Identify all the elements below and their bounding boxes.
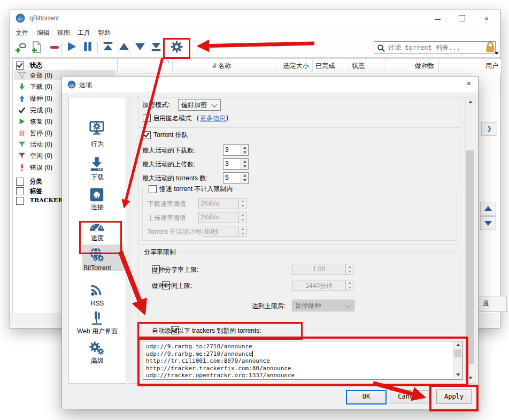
delete-minus-icon bbox=[50, 46, 59, 49]
limit-action-value: 暂停做种 bbox=[292, 301, 346, 310]
menu-edit[interactable]: 编辑 bbox=[37, 28, 50, 37]
spin-buttons[interactable] bbox=[241, 173, 248, 183]
expand-column-button[interactable]: ❯ bbox=[481, 122, 497, 136]
filter-errored-label: 错误 (0) bbox=[30, 163, 52, 172]
dialog-scrollbar[interactable] bbox=[465, 97, 475, 382]
header-name[interactable]: # 名称 bbox=[213, 62, 231, 71]
torrent-queueing-checkbox[interactable] bbox=[143, 131, 151, 139]
down-arrow-icon bbox=[456, 373, 460, 376]
header-completed[interactable]: 已完成 bbox=[315, 62, 335, 71]
seed-time-spinner: 1440分钟 bbox=[292, 280, 353, 291]
add-torrent-link-button[interactable] bbox=[14, 41, 28, 55]
maximize-icon bbox=[459, 15, 465, 21]
categories-row[interactable]: 分类 bbox=[16, 177, 42, 186]
add-torrent-file-button[interactable] bbox=[30, 41, 44, 55]
apply-label: Apply bbox=[444, 393, 464, 400]
bottom-priority-button[interactable] bbox=[150, 41, 164, 55]
move-down-button[interactable] bbox=[134, 41, 148, 55]
spin-down-icon bbox=[243, 179, 246, 181]
anonymous-mode-label: 启用匿名模式 bbox=[153, 114, 191, 123]
menu-help[interactable]: 帮助 bbox=[98, 28, 111, 37]
tags-row[interactable]: 标签 bbox=[16, 186, 42, 196]
status-header-label: 状态 bbox=[29, 62, 42, 69]
options-button[interactable] bbox=[171, 41, 184, 55]
max-active-downloads-label: 最大活动的下载数: bbox=[142, 146, 195, 155]
ok-button[interactable]: OK bbox=[346, 390, 387, 404]
nav-label-advanced: 高级 bbox=[69, 356, 126, 365]
slow-torrent-checkbox[interactable] bbox=[149, 185, 157, 193]
trackers-textarea[interactable]: udp://9.rarbg.to:2710/announce udp://9.r… bbox=[143, 341, 462, 380]
scrollbar-thumb[interactable] bbox=[454, 349, 461, 357]
tracker-url: udp://tracker.opentrackr.org:1337/announ… bbox=[143, 372, 462, 379]
spin-up-icon bbox=[243, 174, 246, 177]
lock-button[interactable] bbox=[484, 41, 498, 55]
download-tray-icon bbox=[89, 156, 105, 172]
toolbar-separator bbox=[61, 42, 62, 54]
tracker-url: udp://9.rarbg.me:2710/announce bbox=[143, 350, 462, 358]
upload-threshold-value: 2KiB/s bbox=[199, 212, 238, 223]
spin-buttons[interactable] bbox=[241, 145, 248, 155]
menu-tools[interactable]: 工具 bbox=[78, 28, 90, 37]
torrent-queueing-title[interactable]: Torrent 排队 bbox=[141, 131, 190, 139]
move-up-button[interactable] bbox=[118, 41, 132, 55]
search-input[interactable] bbox=[374, 41, 496, 54]
textarea-scrollbar[interactable] bbox=[453, 341, 462, 378]
share-ratio-title: 分享率限制 bbox=[142, 248, 178, 256]
delete-button[interactable] bbox=[48, 41, 61, 55]
pause-button[interactable] bbox=[82, 41, 96, 55]
dialog-close-button[interactable]: × bbox=[462, 79, 476, 90]
max-active-torrents-value: 5 bbox=[223, 173, 241, 183]
apply-button[interactable]: Apply bbox=[436, 390, 472, 404]
move-up-icon bbox=[118, 41, 130, 52]
tags-checkbox[interactable] bbox=[16, 187, 24, 195]
max-active-uploads-spinner[interactable]: 3 bbox=[223, 158, 249, 170]
anonymous-mode-checkbox[interactable] bbox=[143, 114, 151, 122]
max-active-torrents-spinner[interactable]: 5 bbox=[223, 172, 249, 184]
categories-checkbox[interactable] bbox=[16, 178, 24, 186]
spin-buttons bbox=[345, 264, 353, 274]
status-checkbox[interactable] bbox=[16, 62, 24, 70]
dialog-title: 选项 bbox=[79, 81, 92, 90]
scroll-down-button[interactable] bbox=[466, 373, 475, 382]
encryption-dropdown[interactable]: 偏好加密 bbox=[178, 99, 221, 111]
header-user[interactable]: 用户 bbox=[460, 62, 498, 71]
spin-buttons[interactable] bbox=[241, 159, 248, 169]
resume-button[interactable] bbox=[66, 41, 80, 55]
slow-torrent-title[interactable]: 慢速 torrent 不计入限制内 bbox=[146, 185, 235, 193]
web-server-icon bbox=[89, 310, 105, 326]
chevron-down-icon bbox=[345, 302, 351, 308]
cancel-button[interactable]: Cancel bbox=[390, 390, 429, 403]
spin-buttons bbox=[238, 226, 246, 236]
more-info-link[interactable]: 更多信息 bbox=[200, 114, 226, 123]
header-selected-size[interactable]: 选定大小 bbox=[273, 62, 309, 71]
categories-label: 分类 bbox=[29, 178, 42, 185]
scroll-up-button[interactable] bbox=[454, 341, 462, 348]
max-active-downloads-spinner[interactable]: 3 bbox=[223, 144, 249, 156]
column-separator bbox=[349, 60, 349, 72]
status-header-row[interactable]: 状态 bbox=[16, 60, 42, 70]
completed-check-icon bbox=[18, 106, 26, 114]
menu-view[interactable]: 视图 bbox=[57, 28, 70, 37]
scroll-down-button[interactable] bbox=[454, 371, 462, 378]
close-button[interactable]: × bbox=[479, 13, 495, 24]
header-seeds[interactable]: 做种数 bbox=[396, 62, 434, 71]
speed-tab-partial[interactable]: 度 bbox=[477, 296, 507, 312]
download-threshold-label: 下载速率阈值 bbox=[148, 200, 186, 209]
maximize-button[interactable] bbox=[454, 13, 470, 24]
pause-icon bbox=[82, 41, 94, 52]
nav-label-downloads: 下载 bbox=[69, 173, 126, 182]
minimize-button[interactable] bbox=[429, 13, 445, 24]
rss-waves-icon bbox=[89, 281, 105, 297]
scroll-up-button[interactable] bbox=[480, 202, 496, 216]
nav-label-behavior: 行为 bbox=[69, 140, 126, 149]
trackers-checkbox[interactable] bbox=[16, 197, 24, 205]
top-priority-button[interactable] bbox=[102, 41, 116, 55]
scrollbar-thumb[interactable] bbox=[466, 150, 474, 364]
scroll-up-button[interactable] bbox=[466, 97, 475, 106]
seed-time-value: 1440分钟 bbox=[292, 280, 345, 291]
scroll-down-button[interactable] bbox=[480, 216, 496, 230]
trackers-row[interactable]: TRACKERS bbox=[16, 196, 67, 205]
spin-buttons bbox=[345, 280, 353, 291]
menu-file[interactable]: 文件 bbox=[16, 28, 28, 37]
header-status[interactable]: 状态 bbox=[352, 62, 365, 71]
